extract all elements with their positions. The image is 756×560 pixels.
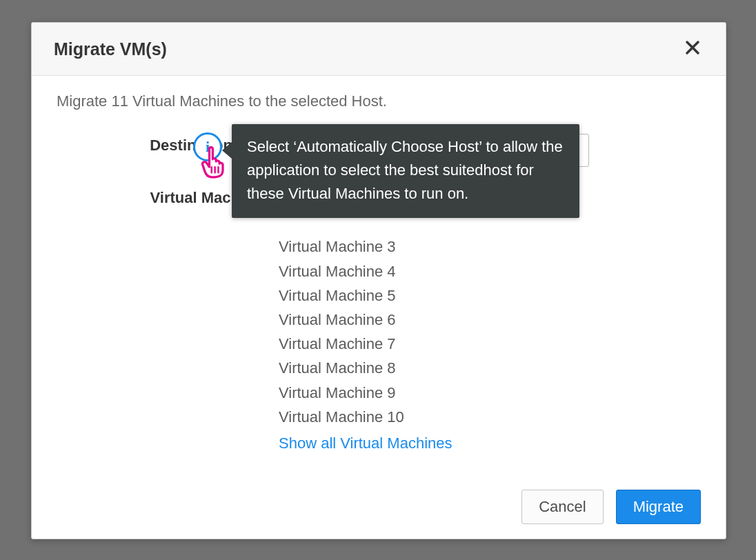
virtual-machines-list-wrap: Virtual Machine 1 Virtual Machine 2 Virt… <box>279 186 701 452</box>
list-item: Virtual Machine 5 <box>279 283 701 308</box>
list-item: Virtual Machine 3 <box>279 234 701 259</box>
modal-title: Migrate VM(s) <box>54 39 167 59</box>
virtual-machines-list: Virtual Machine 1 Virtual Machine 2 Virt… <box>279 186 701 429</box>
show-all-vms-link[interactable]: Show all Virtual Machines <box>279 434 701 452</box>
cancel-button[interactable]: Cancel <box>521 490 603 524</box>
list-item: Virtual Machine 8 <box>279 356 701 380</box>
info-tooltip: Select ‘Automatically Choose Host’ to al… <box>232 124 579 218</box>
list-item: Virtual Machine 6 <box>279 308 701 332</box>
list-item: Virtual Machine 7 <box>279 332 701 356</box>
list-item: Virtual Machine 4 <box>279 259 701 283</box>
modal-subtitle: Migrate 11 Virtual Machines to the selec… <box>57 92 701 110</box>
close-icon <box>684 39 701 59</box>
close-button[interactable] <box>682 38 704 60</box>
modal-header: Migrate VM(s) <box>32 23 726 76</box>
list-item: Virtual Machine 9 <box>279 381 701 405</box>
migrate-button[interactable]: Migrate <box>616 490 701 524</box>
list-item: Virtual Machine 10 <box>279 405 701 429</box>
modal-footer: Cancel Migrate <box>32 481 726 543</box>
virtual-machines-row: Virtual Machines Virtual Machine 1 Virtu… <box>57 186 701 452</box>
tooltip-text: Select ‘Automatically Choose Host’ to al… <box>247 138 563 202</box>
migrate-vms-modal: Migrate VM(s) Migrate 11 Virtual Machine… <box>31 22 726 539</box>
